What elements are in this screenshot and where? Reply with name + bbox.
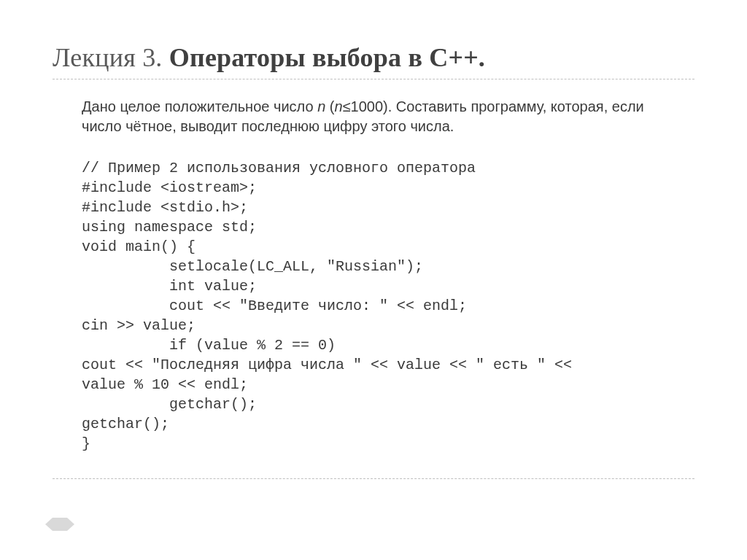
problem-statement: Дано целое положительное число n (n≤1000… <box>82 97 680 136</box>
title-prefix: Лекция 3. <box>53 43 169 72</box>
title-bold: Операторы выбора в С++. <box>169 43 485 72</box>
slide-title: Лекция 3. Операторы выбора в С++. <box>53 42 694 73</box>
slide: Лекция 3. Операторы выбора в С++. Дано ц… <box>0 0 747 560</box>
problem-text-a: Дано целое положительное число <box>82 98 317 114</box>
divider-top <box>53 79 694 79</box>
pager-icon <box>53 518 67 531</box>
problem-var-n2: n <box>334 98 342 114</box>
problem-text-b: ( <box>325 98 334 114</box>
problem-var-n: n <box>317 98 325 114</box>
divider-bottom <box>53 478 694 479</box>
code-block: // Пример 2 использования условного опер… <box>82 158 694 454</box>
